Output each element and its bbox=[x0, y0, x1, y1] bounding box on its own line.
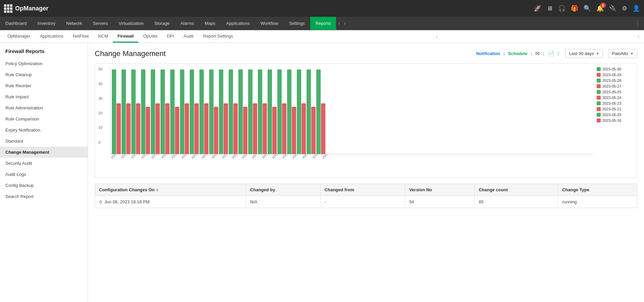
bar-red bbox=[146, 107, 150, 154]
bar-group bbox=[190, 69, 199, 154]
sub-nav-oputils[interactable]: OpUtils bbox=[138, 30, 162, 43]
bar-group bbox=[297, 69, 306, 154]
bar-group bbox=[219, 69, 228, 154]
user-icon[interactable]: 👤 bbox=[633, 5, 640, 12]
legend-color bbox=[597, 101, 601, 105]
bar-green bbox=[307, 69, 311, 154]
nav-item-alarms[interactable]: Alarms bbox=[175, 17, 199, 30]
sidebar-item-rule-comparison[interactable]: Rule Comparison bbox=[0, 113, 88, 124]
legend-label: 2023-05-24 bbox=[602, 96, 621, 100]
bar-green bbox=[287, 69, 291, 154]
sidebar-item-rule-administration[interactable]: Rule Administration bbox=[0, 102, 88, 113]
sep2: | bbox=[531, 51, 532, 56]
bell-icon[interactable]: 🔔 5 bbox=[596, 5, 604, 12]
bar-group bbox=[258, 69, 267, 154]
table-row: 🗒Jun 08, 2023 18:18 PMN/A-5485running bbox=[95, 196, 637, 208]
legend-item: 2023-05-30 bbox=[597, 67, 634, 71]
nav-prev-arrow[interactable]: ‹ bbox=[336, 20, 342, 27]
sidebar-item-standard[interactable]: Standard bbox=[0, 136, 88, 147]
bar-group bbox=[170, 69, 179, 154]
nav-item-network[interactable]: Network bbox=[61, 17, 88, 30]
app-logo[interactable]: OpManager bbox=[4, 4, 534, 13]
y-label-0: 0 bbox=[98, 140, 109, 144]
nav-item-settings[interactable]: Settings bbox=[284, 17, 310, 30]
nav-item-dashboard[interactable]: Dashboard bbox=[0, 17, 32, 30]
bar-red bbox=[194, 103, 199, 154]
y-label-50: 50 bbox=[98, 67, 109, 71]
sidebar-item-rule-reorder[interactable]: Rule Reorder bbox=[0, 80, 88, 91]
bar-red bbox=[263, 103, 267, 154]
legend-label: 2023-05-21 bbox=[602, 107, 621, 111]
report-actions: Notification | Schedule | ✉ | 📄 | bbox=[476, 50, 560, 57]
top-bar-actions: 🚀 🖥 🎧 🎁 🔍 🔔 5 🔌 ⚙ 👤 bbox=[534, 5, 640, 12]
nav-item-workflow[interactable]: Workflow bbox=[255, 17, 284, 30]
bar-green bbox=[122, 69, 126, 154]
nav-item-virtualization[interactable]: Virtualization bbox=[113, 17, 149, 30]
legend-color bbox=[597, 79, 601, 83]
settings-icon[interactable]: ⚙ bbox=[622, 5, 627, 12]
bar-red bbox=[243, 107, 247, 154]
col-config-changes[interactable]: Configuration Changes On ⇕ bbox=[95, 184, 246, 196]
sub-nav-report-settings[interactable]: Report Settings bbox=[198, 30, 238, 43]
nav-item-inventory[interactable]: Inventory bbox=[32, 17, 61, 30]
sub-nav: OpManager Applications NetFlow NCM Firew… bbox=[0, 30, 644, 43]
sub-nav-opmanager[interactable]: OpManager bbox=[3, 30, 35, 43]
sidebar-title: Firewall Reports bbox=[0, 43, 88, 58]
sep3: | bbox=[543, 51, 544, 56]
legend-label: 2023-05-30 bbox=[602, 67, 621, 71]
monitor-icon[interactable]: 🖥 bbox=[547, 5, 553, 12]
bar-group bbox=[238, 69, 247, 154]
sub-nav-arrow-left[interactable]: ‹ bbox=[434, 34, 440, 40]
email-icon[interactable]: ✉ bbox=[535, 50, 540, 57]
gift-icon[interactable]: 🎁 bbox=[571, 5, 578, 12]
bar-green bbox=[180, 69, 184, 154]
top-bar: OpManager 🚀 🖥 🎧 🎁 🔍 🔔 5 🔌 ⚙ 👤 bbox=[0, 0, 644, 17]
pdf-icon[interactable]: 📄 bbox=[548, 50, 554, 57]
search-icon[interactable]: 🔍 bbox=[584, 5, 591, 12]
nav-more-icon[interactable]: ⋮ bbox=[631, 20, 644, 27]
rocket-icon[interactable]: 🚀 bbox=[534, 5, 541, 12]
sub-nav-applications[interactable]: Applications bbox=[35, 30, 68, 43]
legend-item: 2023-05-24 bbox=[597, 96, 634, 100]
legend-label: 2023-05-23 bbox=[602, 101, 621, 105]
sub-nav-netflow[interactable]: NetFlow bbox=[68, 30, 94, 43]
bar-group bbox=[151, 69, 160, 154]
bar-green bbox=[238, 69, 243, 154]
sort-icon[interactable]: ⇕ bbox=[156, 188, 158, 192]
sidebar-item-search-report[interactable]: Search Report bbox=[0, 191, 88, 202]
headset-icon[interactable]: 🎧 bbox=[558, 5, 565, 12]
nav-item-servers[interactable]: Servers bbox=[88, 17, 113, 30]
nav-item-maps[interactable]: Maps bbox=[199, 17, 221, 30]
sub-nav-dpi[interactable]: DPI bbox=[162, 30, 179, 43]
device-dropdown[interactable]: PaloAlto ▼ bbox=[608, 49, 637, 58]
sidebar-item-security-audit[interactable]: Security Audit bbox=[0, 158, 88, 169]
sub-nav-audit[interactable]: Audit bbox=[179, 30, 198, 43]
sidebar-item-rule-cleanup[interactable]: Rule Cleanup bbox=[0, 69, 88, 80]
bar-green bbox=[268, 69, 272, 154]
nav-item-applications[interactable]: Applications bbox=[221, 17, 255, 30]
bar-red bbox=[311, 107, 316, 154]
sidebar-item-policy-optimization[interactable]: Policy Optimization bbox=[0, 58, 88, 69]
sub-nav-arrow-right[interactable]: › bbox=[636, 34, 641, 40]
plugin-icon[interactable]: 🔌 bbox=[609, 5, 616, 12]
bar-red bbox=[282, 103, 286, 154]
period-label: Last 30 days bbox=[569, 51, 594, 56]
sidebar-item-expiry-notification[interactable]: Expiry Notification bbox=[0, 124, 88, 136]
bar-group bbox=[209, 69, 218, 154]
sub-nav-firewall[interactable]: Firewall bbox=[113, 30, 138, 43]
notification-link[interactable]: Notification bbox=[476, 51, 500, 56]
nav-item-storage[interactable]: Storage bbox=[149, 17, 175, 30]
sidebar-item-config-backup[interactable]: Config Backup bbox=[0, 180, 88, 191]
bar-green bbox=[199, 69, 204, 154]
sidebar-item-rule-impact[interactable]: Rule Impact bbox=[0, 91, 88, 102]
y-label-20: 20 bbox=[98, 111, 109, 115]
sub-nav-ncm[interactable]: NCM bbox=[93, 30, 113, 43]
sidebar-item-audit-logs[interactable]: Audit Logs bbox=[0, 169, 88, 180]
period-dropdown[interactable]: Last 30 days ▼ bbox=[565, 49, 603, 58]
schedule-link[interactable]: Schedule bbox=[508, 51, 527, 56]
bar-group bbox=[160, 69, 170, 154]
nav-next-arrow[interactable]: › bbox=[342, 20, 348, 27]
nav-item-reports[interactable]: Reports bbox=[310, 17, 336, 30]
sidebar-item-change-management[interactable]: Change Management bbox=[0, 147, 88, 158]
bar-red bbox=[155, 103, 160, 154]
